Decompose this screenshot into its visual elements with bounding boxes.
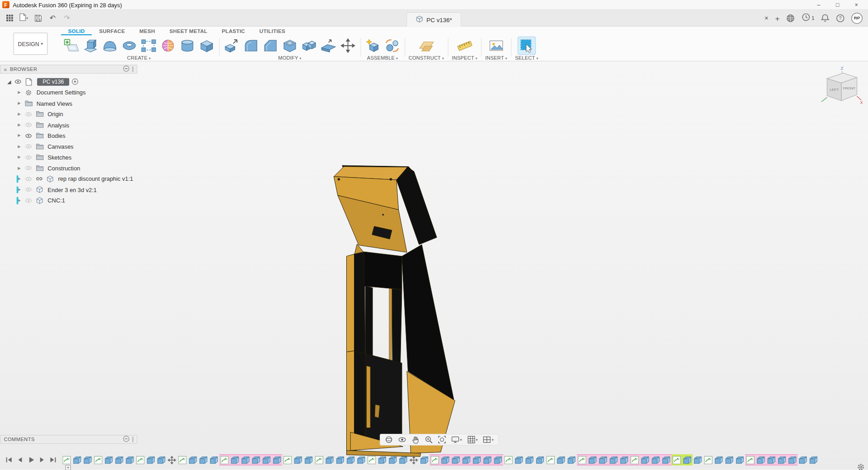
timeline-settings-gear-icon[interactable] [857, 463, 865, 470]
timeline-feature-18[interactable] [240, 454, 250, 465]
view-cube[interactable]: ZLEFTFRONTX [818, 64, 863, 109]
timeline-feature-52[interactable] [598, 454, 608, 465]
sweep-icon[interactable] [101, 37, 118, 54]
construction-plane-icon[interactable] [418, 37, 435, 54]
timeline-feature-36[interactable] [429, 454, 440, 465]
ribbon-group-label-assemble[interactable]: ASSEMBLE [367, 55, 398, 61]
shell-icon[interactable] [281, 37, 298, 54]
browser-item-construction[interactable]: ▶Construction [0, 163, 137, 174]
maximize-button[interactable]: □ [828, 0, 847, 9]
timeline-feature-63[interactable] [713, 454, 724, 465]
timeline-feature-6[interactable] [114, 454, 124, 465]
save-button[interactable] [32, 12, 44, 24]
visibility-eye-icon[interactable] [25, 175, 36, 183]
fit-button[interactable] [436, 435, 448, 444]
timeline-feature-11[interactable] [167, 454, 177, 465]
timeline-feature-31[interactable] [377, 454, 387, 465]
expander-icon[interactable]: ▶ [18, 166, 25, 170]
timeline-feature-57[interactable] [651, 454, 661, 465]
extrude-icon[interactable] [82, 37, 99, 54]
timeline-feature-9[interactable] [146, 454, 156, 465]
timeline-feature-56[interactable] [640, 454, 651, 465]
browser-item-analysis[interactable]: ▶Analysis [0, 119, 137, 130]
select-icon[interactable] [518, 37, 535, 54]
form-icon[interactable] [160, 37, 177, 54]
timeline-feature-15[interactable] [209, 454, 219, 465]
ribbon-tab-plastic[interactable]: PLASTIC [215, 27, 252, 35]
timeline-feature-41[interactable] [482, 454, 493, 465]
ribbon-tab-utilities[interactable]: UTILITIES [252, 27, 292, 35]
go-to-start-button[interactable] [5, 456, 13, 464]
timeline-feature-42[interactable] [493, 454, 503, 465]
ribbon-tab-sheet-metal[interactable]: SHEET METAL [162, 27, 215, 35]
timeline-feature-44[interactable] [514, 454, 524, 465]
browser-item-origin[interactable]: ▶Origin [0, 109, 137, 120]
timeline-feature-25[interactable] [314, 454, 324, 465]
timeline-feature-65[interactable] [735, 454, 745, 465]
undo-button[interactable]: ↶ [47, 12, 59, 24]
browser-header[interactable]: « BROWSER [0, 65, 137, 74]
browser-item-rep-rap-discount-graphic-v1-1[interactable]: ▶rep rap discount graphic v1:1 [0, 174, 137, 184]
job-status-icon[interactable]: 1 [802, 13, 814, 23]
visibility-eye-icon[interactable] [25, 121, 36, 128]
timeline-feature-66[interactable] [745, 454, 755, 465]
display-settings-button[interactable]: ▾ [449, 435, 463, 444]
measure-icon[interactable] [456, 37, 473, 54]
ribbon-tab-solid[interactable]: SOLID [61, 27, 92, 35]
pattern-icon[interactable] [140, 37, 157, 54]
timeline-feature-54[interactable] [619, 454, 629, 465]
visibility-eye-icon[interactable] [25, 143, 36, 150]
new-tab-icon[interactable]: + [775, 14, 779, 23]
timeline-zoom-handle[interactable] [65, 463, 71, 470]
browser-item-cnc-1[interactable]: ▶CNC:1 [0, 195, 137, 206]
timeline-feature-58[interactable] [661, 454, 671, 465]
help-icon[interactable]: ? [836, 14, 845, 23]
timeline-feature-20[interactable] [261, 454, 272, 465]
expander-icon[interactable]: ▶ [18, 133, 25, 138]
go-to-end-button[interactable] [49, 456, 57, 464]
ribbon-group-label-insert[interactable]: INSERT [485, 55, 507, 61]
timeline-feature-47[interactable] [545, 454, 556, 465]
workspace-switcher[interactable]: DESIGN [13, 33, 47, 55]
timeline-feature-61[interactable] [693, 454, 703, 465]
expander-icon[interactable]: ▶ [18, 101, 25, 106]
browser-item-named-views[interactable]: ▶Named Views [0, 98, 137, 109]
ribbon-tab-surface[interactable]: SURFACE [92, 27, 132, 35]
pan-button[interactable] [410, 435, 421, 444]
timeline-feature-38[interactable] [451, 454, 461, 465]
timeline-feature-10[interactable] [156, 454, 166, 465]
collapse-panel-icon[interactable]: « [4, 66, 7, 72]
expander-icon[interactable]: ▶ [18, 177, 25, 181]
remove-panel-icon[interactable] [123, 65, 130, 73]
expander-icon[interactable]: ◢ [7, 79, 14, 85]
orbit-button[interactable] [383, 435, 395, 444]
timeline-feature-69[interactable] [777, 454, 787, 465]
timeline-feature-3[interactable] [82, 454, 93, 465]
timeline-feature-35[interactable] [419, 454, 429, 465]
browser-item-bodies[interactable]: ▶Bodies [0, 130, 137, 141]
timeline-feature-27[interactable] [335, 454, 345, 465]
ribbon-group-label-select[interactable]: SELECT [515, 55, 538, 61]
ribbon-group-label-construct[interactable]: CONSTRUCT [409, 55, 444, 61]
timeline-feature-40[interactable] [472, 454, 482, 465]
timeline-feature-17[interactable] [230, 454, 240, 465]
timeline-feature-14[interactable] [198, 454, 208, 465]
file-menu-button[interactable]: ▾ [18, 12, 30, 24]
move-icon[interactable] [340, 37, 357, 54]
cylinder-icon[interactable] [179, 37, 196, 54]
grid-settings-button[interactable]: ▾ [465, 435, 479, 444]
timeline-feature-26[interactable] [325, 454, 335, 465]
timeline-feature-29[interactable] [356, 454, 366, 465]
timeline-feature-48[interactable] [556, 454, 566, 465]
timeline-feature-33[interactable] [398, 454, 408, 465]
timeline-feature-22[interactable] [282, 454, 292, 465]
browser-item-sketches[interactable]: ▶Sketches [0, 152, 137, 163]
look-at-button[interactable] [396, 435, 408, 444]
root-component-label[interactable]: PC v136 [37, 78, 69, 85]
joint-icon[interactable] [384, 37, 401, 54]
timeline-feature-55[interactable] [629, 454, 640, 465]
visibility-eye-icon[interactable] [25, 164, 36, 172]
timeline-feature-50[interactable] [577, 454, 587, 465]
timeline-feature-16[interactable] [219, 454, 230, 465]
expander-icon[interactable]: ▶ [18, 90, 25, 95]
